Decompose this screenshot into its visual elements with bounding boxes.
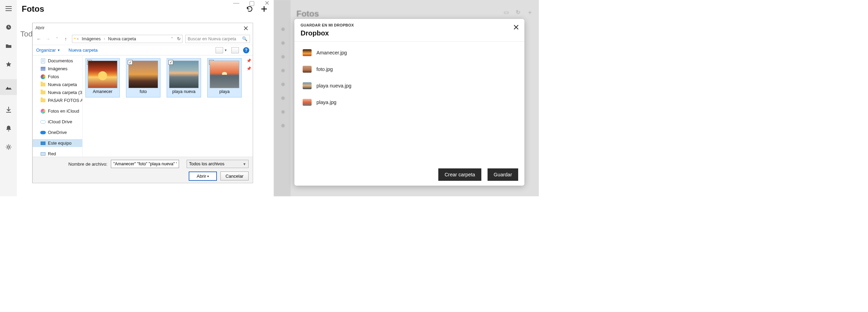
dropbox-file-row[interactable]: foto.jpg (296, 61, 523, 77)
address-bar[interactable]: « Imágenes › Nueva carpeta ˅ ↻ (72, 35, 182, 43)
tree-item[interactable]: Este equipo (33, 139, 82, 147)
file-thumbnail[interactable]: ✓playa (207, 58, 242, 97)
file-thumbnail-icon (303, 66, 312, 73)
star-icon[interactable] (5, 61, 12, 68)
organize-menu[interactable]: Organizar▼ (36, 48, 60, 53)
thumbnail-caption: foto (128, 89, 159, 94)
thumbnail-image (169, 61, 199, 88)
picture-icon (40, 66, 46, 71)
tree-item-label: Fotos (48, 74, 59, 79)
bell-icon[interactable] (5, 125, 12, 132)
tree-item[interactable]: Documentos📌 (33, 57, 82, 65)
icloudd-icon (40, 119, 46, 124)
search-input[interactable]: Buscar en Nueva carpeta 🔍 (185, 35, 250, 43)
file-thumbnail[interactable]: ✓Amanecer (85, 58, 120, 97)
file-thumbnail-icon (303, 99, 312, 106)
thumbnail-checkbox[interactable]: ✓ (168, 60, 173, 65)
gear-icon[interactable] (5, 143, 12, 151)
svg-point-2 (7, 146, 9, 148)
download-icon[interactable] (5, 106, 12, 114)
folder-icon (40, 98, 46, 103)
search-placeholder: Buscar en Nueva carpeta (188, 37, 236, 41)
file-thumbnail-icon (303, 49, 312, 56)
network-icon (40, 152, 46, 156)
dialog-close-button[interactable] (241, 24, 251, 32)
folder-icon (40, 90, 46, 95)
dialog-navbar: ← → ˅ ↑ « Imágenes › Nueva carpeta ˅ ↻ B… (33, 33, 253, 45)
dropbox-file-row[interactable]: Amanecer.jpg (296, 44, 523, 61)
add-icon[interactable] (261, 6, 268, 12)
page-title: Fotos (22, 4, 269, 14)
dialog-toolbar: Organizar▼ Nueva carpeta ▼ ? (33, 45, 253, 55)
folder-tree[interactable]: Documentos📌Imágenes📌FotosNueva carpetaNu… (33, 55, 83, 157)
tree-item[interactable]: Imágenes📌 (33, 65, 82, 73)
tree-item[interactable]: Nueva carpeta (3 (33, 89, 82, 96)
open-button[interactable]: Abrir▾ (189, 171, 217, 181)
nav-forward-button[interactable]: → (45, 36, 51, 42)
modal-close-button[interactable] (511, 22, 521, 32)
tree-item[interactable]: Fotos en iCloud (33, 107, 82, 115)
thumbnail-caption: playa (209, 89, 240, 94)
cancel-button[interactable]: Cancelar (220, 171, 249, 180)
dialog-footer: Nombre de archivo: Todos los archivos▼ A… (33, 157, 253, 183)
file-name: playa nueva.jpg (316, 83, 352, 89)
dropbox-file-list: Amanecer.jpgfoto.jpgplaya nueva.jpgplaya… (294, 42, 524, 113)
preview-pane-button[interactable] (231, 47, 239, 53)
thumbnail-caption: playa nueva (168, 89, 199, 94)
file-thumbnail[interactable]: ✓foto (126, 58, 160, 97)
file-name: foto.jpg (316, 66, 333, 72)
filename-label: Nombre de archivo: (69, 162, 107, 167)
tree-item-label: Nueva carpeta (3 (48, 90, 82, 95)
tree-item-label: Imágenes (48, 66, 67, 71)
breadcrumb-segment[interactable]: Imágenes (82, 37, 101, 41)
thumbnail-caption: Amanecer (87, 89, 118, 94)
tree-item-label: PASAR FOTOS AL (48, 98, 82, 103)
tree-item[interactable]: OneDrive (33, 128, 82, 136)
filetype-dropdown[interactable]: Todos los archivos▼ (187, 160, 249, 168)
tree-item[interactable]: Red (33, 150, 82, 157)
breadcrumb-prefix: « (76, 37, 80, 41)
onedrive-icon (40, 130, 46, 135)
svg-point-1 (8, 131, 9, 132)
doc-icon (40, 59, 46, 63)
file-name: Amanecer.jpg (316, 50, 347, 55)
nav-history-dropdown[interactable]: ˅ (54, 36, 60, 42)
search-icon: 🔍 (242, 36, 248, 41)
sidebar-item-gallery[interactable] (0, 79, 17, 95)
hamburger-icon[interactable] (5, 5, 12, 12)
clock-icon[interactable] (5, 23, 12, 31)
dropbox-save-screen: Fotos ▭ ↻ ＋ GUARDAR EN MI DROPBOX Dropbo… (274, 0, 539, 196)
app-sidebar (0, 0, 17, 196)
folder-icon[interactable] (5, 42, 12, 50)
nav-up-button[interactable]: ↑ (63, 36, 69, 42)
file-thumbnail[interactable]: ✓playa nueva (167, 58, 201, 97)
modal-title: Dropbox (301, 29, 518, 37)
modal-eyebrow: GUARDAR EN MI DROPBOX (301, 23, 518, 27)
icloudp-icon (40, 109, 46, 114)
dropbox-file-row[interactable]: playa nueva.jpg (296, 77, 523, 94)
filename-input[interactable] (111, 160, 179, 168)
file-thumbnail-icon (303, 82, 312, 89)
new-folder-button[interactable]: Nueva carpeta (69, 48, 98, 53)
nav-back-button[interactable]: ← (36, 36, 42, 42)
fotos-icon (40, 74, 46, 79)
address-dropdown[interactable]: ˅ (171, 37, 174, 41)
thumbnail-image (128, 61, 158, 88)
tree-item[interactable]: Nueva carpeta (33, 81, 82, 89)
tree-item[interactable]: iCloud Drive (33, 118, 82, 126)
view-mode-button[interactable]: ▼ (216, 47, 227, 53)
thumbnail-image (210, 61, 239, 88)
breadcrumb-segment[interactable]: Nueva carpeta (108, 37, 136, 41)
refresh-icon[interactable] (246, 6, 253, 12)
thumbnail-image (88, 61, 117, 88)
tree-item[interactable]: Fotos (33, 73, 82, 81)
tree-item[interactable]: PASAR FOTOS AL (33, 96, 82, 104)
help-button[interactable]: ? (243, 47, 249, 53)
image-icon (5, 83, 12, 91)
dropbox-file-row[interactable]: playa.jpg (296, 94, 523, 111)
dropbox-save-modal: GUARDAR EN MI DROPBOX Dropbox Amanecer.j… (294, 19, 524, 186)
save-button[interactable]: Guardar (488, 168, 518, 181)
address-refresh-button[interactable]: ↻ (176, 36, 181, 41)
thumbnail-checkbox[interactable]: ✓ (128, 60, 133, 65)
create-folder-button[interactable]: Crear carpeta (438, 168, 481, 181)
